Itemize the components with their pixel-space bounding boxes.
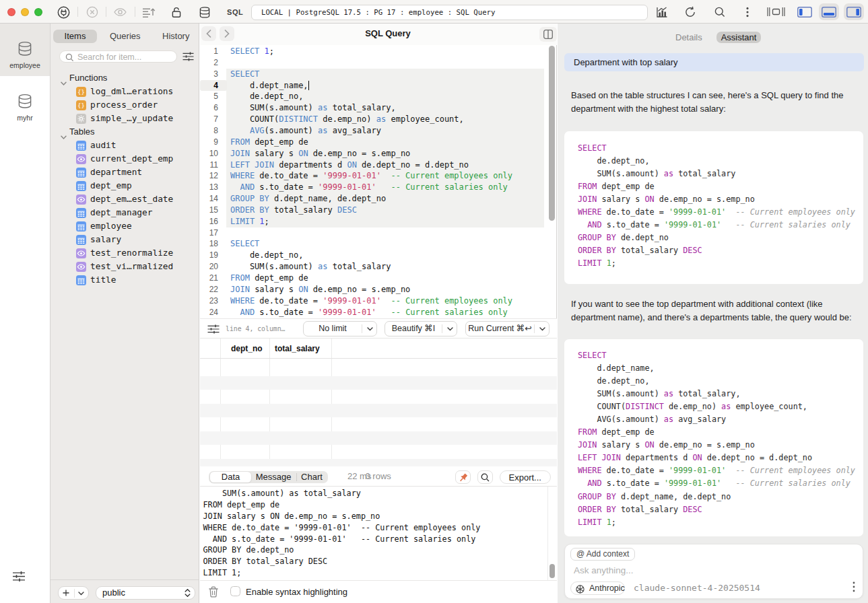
tree-item-dept_emest_date[interactable]: dept_em…est_date bbox=[51, 192, 199, 206]
message-line: GROUP BY de.dept_no bbox=[203, 544, 547, 556]
preview-eye-icon[interactable] bbox=[113, 6, 127, 18]
minimize-window-button[interactable] bbox=[21, 8, 29, 16]
commit-log-icon[interactable] bbox=[141, 6, 156, 19]
export-button[interactable]: Export... bbox=[500, 470, 551, 485]
tree-item-log_dmlerations[interactable]: {}log_dml…erations bbox=[51, 85, 199, 98]
line-number: 19 bbox=[200, 250, 218, 261]
tab-details[interactable]: Details bbox=[675, 32, 702, 42]
results-rows bbox=[200, 363, 557, 466]
grid-row[interactable] bbox=[200, 363, 557, 376]
editor-settings-icon[interactable] bbox=[207, 324, 220, 334]
column-header-dept-no[interactable]: dept_no bbox=[231, 339, 263, 359]
message-line: SUM(s.amount) as total_salary bbox=[203, 488, 547, 499]
toggle-right-panel-button[interactable] bbox=[844, 3, 864, 20]
sidebar-search-input[interactable]: Search for item... bbox=[59, 50, 177, 63]
results-tab-message[interactable]: Message bbox=[251, 471, 296, 484]
tree-item-salary[interactable]: salary bbox=[51, 233, 199, 246]
lock-icon[interactable] bbox=[170, 6, 182, 19]
limit-dropdown[interactable]: No limit bbox=[303, 321, 377, 336]
tree-item-title[interactable]: title bbox=[51, 273, 199, 287]
connection-employee[interactable]: employee bbox=[0, 41, 50, 69]
results-grid[interactable]: dept_no total_salary bbox=[200, 339, 557, 466]
line-number: 15 bbox=[200, 205, 218, 216]
tree-item-audit[interactable]: audit bbox=[51, 139, 199, 152]
results-tab-chart[interactable]: Chart bbox=[297, 471, 327, 484]
sql-editor[interactable]: 123456789101112131415161718192021222324 … bbox=[200, 45, 557, 318]
tree-item-process_order[interactable]: {}process_order bbox=[51, 98, 199, 112]
grid-row[interactable] bbox=[200, 431, 557, 445]
sidebar-bottom-bar: public bbox=[51, 579, 199, 603]
line-number: 2 bbox=[200, 57, 218, 69]
table-icon bbox=[76, 168, 86, 178]
grid-row[interactable] bbox=[200, 390, 557, 403]
provider-logo-icon bbox=[576, 585, 585, 594]
refresh-icon[interactable] bbox=[684, 6, 696, 18]
focus-layout-icon[interactable] bbox=[767, 7, 785, 17]
function-gear-icon bbox=[76, 114, 86, 124]
line-number: 8 bbox=[200, 125, 218, 137]
close-window-button[interactable] bbox=[7, 8, 15, 16]
toggle-left-panel-icon[interactable] bbox=[797, 7, 812, 17]
tab-assistant[interactable]: Assistant bbox=[716, 32, 761, 43]
assistant-input-placeholder[interactable]: Ask anything... bbox=[574, 565, 634, 575]
strip-settings-icon[interactable] bbox=[12, 571, 26, 582]
tree-item-current_dept_emp[interactable]: current_dept_emp bbox=[51, 152, 199, 166]
cursor-position-indicator: line 4, column… bbox=[226, 325, 285, 332]
plus-icon bbox=[63, 590, 69, 596]
run-current-button[interactable]: Run Current ⌘↩ bbox=[465, 321, 549, 336]
connection-myhr[interactable]: myhr bbox=[0, 94, 50, 122]
grid-row[interactable] bbox=[200, 417, 557, 431]
results-tab-data-label[interactable]: Data bbox=[210, 471, 251, 484]
sidebar-tab-items[interactable]: Items bbox=[53, 30, 97, 43]
editor-tab-title[interactable]: SQL Query bbox=[200, 28, 557, 38]
grid-row[interactable] bbox=[200, 404, 557, 417]
toggle-bottom-panel-button[interactable] bbox=[819, 3, 839, 20]
assistant-options-icon[interactable] bbox=[853, 581, 855, 592]
pin-results-button[interactable] bbox=[455, 470, 471, 485]
tree-section-functions[interactable]: Functions bbox=[51, 71, 199, 85]
split-editor-button[interactable] bbox=[539, 27, 557, 42]
results-toolbar: Data Message Chart 22 ms 0 rows bbox=[200, 466, 557, 487]
tree-item-dept_manager[interactable]: dept_manager bbox=[51, 206, 199, 219]
database-icon[interactable] bbox=[199, 6, 211, 19]
search-icon[interactable] bbox=[714, 6, 726, 18]
editor-scrollbar[interactable] bbox=[549, 46, 555, 221]
zoom-window-button[interactable] bbox=[34, 8, 42, 16]
add-item-button[interactable] bbox=[58, 586, 89, 600]
add-context-button[interactable]: @ Add context bbox=[570, 548, 635, 561]
message-lines: SUM(s.amount) as total_salaryFROM dept_e… bbox=[203, 488, 547, 579]
schema-select[interactable]: public bbox=[96, 586, 195, 600]
message-scrollbar[interactable] bbox=[549, 564, 555, 578]
tree-item-test_virmalized[interactable]: test_vi…rmalized bbox=[51, 260, 199, 273]
beautify-button[interactable]: Beautify ⌘I bbox=[385, 321, 457, 336]
search-results-button[interactable] bbox=[477, 470, 493, 485]
chevron-down-icon bbox=[78, 592, 84, 596]
sidebar-tab-history[interactable]: History bbox=[162, 30, 189, 43]
sidebar-filter-icon[interactable] bbox=[182, 52, 194, 61]
connection-icon[interactable] bbox=[57, 6, 70, 19]
tree-item-department[interactable]: department bbox=[51, 166, 199, 179]
trash-icon[interactable] bbox=[208, 586, 219, 598]
grid-row[interactable] bbox=[200, 445, 557, 458]
message-panel[interactable]: SUM(s.amount) as total_salaryFROM dept_e… bbox=[200, 487, 557, 580]
conversation-title[interactable]: Department with top salary bbox=[564, 53, 864, 71]
grid-row[interactable] bbox=[200, 376, 557, 390]
tree-section-tables[interactable]: Tables bbox=[51, 125, 199, 139]
tree-item-simple_y_update[interactable]: simple_…y_update bbox=[51, 112, 199, 125]
column-header-total-salary[interactable]: total_salary bbox=[275, 339, 320, 359]
tree-item-test_renormalize[interactable]: test_renormalize bbox=[51, 246, 199, 260]
editor-status-bar: line 4, column… No limit Beautify ⌘I Run… bbox=[200, 318, 557, 339]
run-current-button-label: Run Current ⌘↩ bbox=[466, 322, 534, 336]
button-divider bbox=[534, 324, 535, 333]
tree-item-employee[interactable]: employee bbox=[51, 219, 199, 233]
tree-item-dept_emp[interactable]: dept_emp bbox=[51, 179, 199, 192]
more-options-icon[interactable] bbox=[743, 6, 752, 18]
syntax-highlight-checkbox[interactable] bbox=[230, 586, 240, 596]
grid-row[interactable] bbox=[200, 459, 557, 466]
window-title-field[interactable]: LOCAL | PostgreSQL 17.5 : PG 17 : employ… bbox=[251, 5, 648, 20]
sidebar-tab-queries[interactable]: Queries bbox=[110, 30, 141, 43]
chart-icon[interactable] bbox=[655, 5, 669, 19]
view-icon bbox=[76, 248, 86, 258]
disconnect-icon[interactable] bbox=[86, 6, 98, 18]
provider-chip[interactable]: Anthropic bbox=[570, 581, 625, 595]
